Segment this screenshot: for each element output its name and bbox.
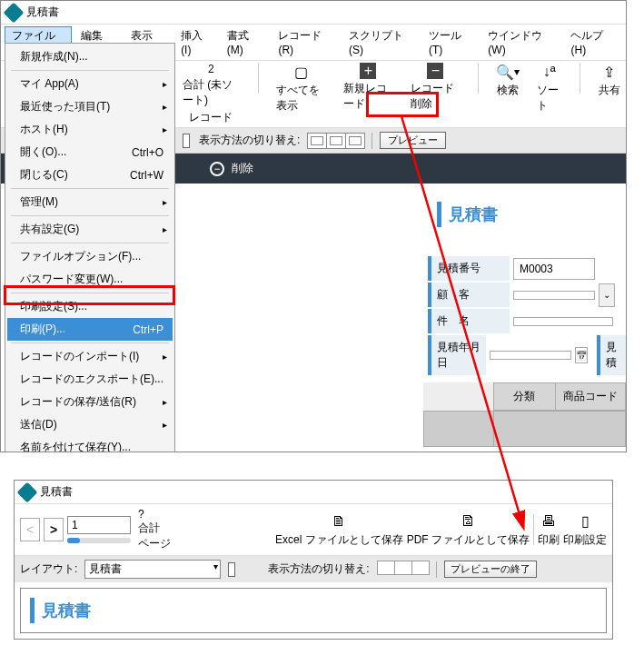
delete-label: 削除	[232, 161, 253, 176]
deleterecord-button[interactable]: − レコード削除	[411, 63, 460, 112]
menu-open[interactable]: 開く(O)...Ctrl+O	[7, 141, 173, 164]
page-slider[interactable]	[67, 538, 131, 543]
showall-button[interactable]: ▢ すべてを表示	[276, 63, 325, 114]
app-logo-icon-2	[17, 481, 38, 502]
share-icon: ⇪	[599, 63, 620, 81]
subject-label: 件 名	[428, 309, 510, 333]
col-category: 分類	[493, 382, 556, 411]
table-header: 分類 商品コード	[424, 382, 626, 411]
menu-fileoptions[interactable]: ファイルオプション(F)...	[7, 245, 173, 268]
main-window: 見積書 ファイル(F) 編集(E) 表示(V) 挿入(I) 書式(M) レコード…	[0, 0, 627, 452]
titlebar-2: 見積書	[15, 481, 612, 504]
customer-field[interactable]	[513, 291, 595, 300]
menu-saveas[interactable]: 名前を付けて保存(Y)...	[7, 436, 173, 452]
layout-bar-2: レイアウト: 見積書 表示方法の切り替え: プレビューの終了	[15, 556, 612, 582]
minus-icon: −	[427, 63, 443, 79]
titlebar: 見積書	[1, 1, 626, 25]
window-title: 見積書	[26, 5, 59, 20]
date-field[interactable]	[490, 351, 571, 360]
print-button[interactable]: 🖶 印刷	[538, 512, 560, 548]
menu-manage[interactable]: 管理(M)	[7, 191, 173, 213]
record-count: 2	[208, 63, 214, 75]
printsetup-button[interactable]: ▯ 印刷設定	[563, 512, 607, 548]
view-switch-label-2: 表示方法の切り替え:	[268, 561, 369, 577]
page-number-field[interactable]: 1	[67, 516, 131, 534]
menu-close[interactable]: 閉じる(C)Ctrl+W	[7, 164, 173, 186]
doc-heading: 見積書	[437, 202, 537, 227]
prev-page-button[interactable]: <	[20, 518, 40, 541]
layout-label-2: レイアウト:	[20, 561, 77, 577]
layout-pencil-icon-2[interactable]	[228, 562, 235, 577]
menu-myapp[interactable]: マイ App(A)	[7, 73, 173, 95]
showall-icon: ▢	[290, 63, 312, 81]
record-status: 合計 (未ソート)	[183, 77, 240, 108]
record-label: レコード	[189, 110, 233, 125]
menu-recent[interactable]: 最近使った項目(T)	[7, 95, 173, 118]
app-logo-icon	[4, 2, 25, 23]
menu-export[interactable]: レコードのエクスポート(E)...	[7, 368, 173, 391]
menu-import[interactable]: レコードのインポート(I)	[7, 345, 173, 368]
estimate-no-label: 見積番号	[428, 256, 510, 281]
date-trail-label: 見積	[597, 335, 626, 375]
menu-insert[interactable]: 挿入(I)	[173, 26, 218, 58]
next-page-button[interactable]: >	[44, 518, 64, 541]
menu-changepassword[interactable]: パスワード変更(W)...	[7, 268, 173, 291]
menu-record[interactable]: レコード(R)	[271, 26, 340, 58]
sort-button[interactable]: ↓ª ソート	[537, 63, 561, 114]
menu-help[interactable]: ヘルプ(H)	[563, 26, 622, 58]
preview-button[interactable]: プレビュー	[380, 132, 446, 149]
newrecord-button[interactable]: + 新規レコード	[343, 63, 392, 112]
printer-icon: 🖶	[541, 512, 556, 531]
menu-host[interactable]: ホスト(H)	[7, 118, 173, 141]
delete-circle-icon[interactable]: −	[210, 162, 224, 176]
view-switch-label: 表示方法の切り替え:	[199, 133, 300, 148]
save-excel-button[interactable]: 🗎 Excel ファイルとして保存	[275, 512, 403, 548]
menu-savesend[interactable]: レコードの保存/送信(R)	[7, 391, 173, 413]
calendar-icon[interactable]	[575, 347, 588, 363]
pdf-icon: 🖺	[461, 512, 475, 531]
menu-sharesettings[interactable]: 共有設定(G)	[7, 218, 173, 241]
menu-tool[interactable]: ツール(T)	[421, 26, 479, 58]
estimate-no-field[interactable]: M0003	[513, 258, 595, 280]
end-preview-button[interactable]: プレビューの終了	[444, 561, 537, 578]
customer-dropdown[interactable]: ⌄	[599, 283, 615, 307]
subject-field[interactable]	[513, 317, 613, 326]
file-menu-dropdown: 新規作成(N)... マイ App(A) 最近使った項目(T) ホスト(H) 開…	[5, 43, 175, 452]
share-button[interactable]: ⇪ 共有	[599, 63, 620, 98]
col-code: 商品コード	[555, 382, 626, 411]
menu-print[interactable]: 印刷(P)...Ctrl+P	[7, 318, 173, 341]
view-buttons[interactable]	[307, 133, 364, 149]
customer-label: 顧 客	[428, 283, 510, 307]
save-pdf-button[interactable]: 🖺 PDF ファイルとして保存	[407, 512, 530, 548]
add-row-button[interactable]: + 追加	[428, 447, 626, 452]
search-button[interactable]: 🔍▾ 検索	[497, 63, 519, 98]
plus-icon: +	[360, 63, 376, 79]
search-icon: 🔍▾	[497, 63, 519, 81]
pager-toolbar: < > 1 ? 合計 ページ 🗎 Excel ファイルとして保存 🖺 PDF フ…	[15, 504, 612, 556]
page-icon: ▯	[581, 512, 590, 531]
menu-printsetup[interactable]: 印刷設定(S)...	[7, 295, 173, 318]
preview-page: 見積書	[20, 588, 607, 633]
layout-pencil-icon[interactable]	[183, 134, 190, 148]
menu-window[interactable]: ウインドウ(W)	[481, 26, 561, 58]
window-title-2: 見積書	[40, 484, 73, 500]
menu-new[interactable]: 新規作成(N)...	[7, 45, 173, 68]
layout-select[interactable]: 見積書	[84, 560, 221, 579]
menu-format[interactable]: 書式(M)	[220, 26, 270, 58]
excel-icon: 🗎	[332, 512, 346, 531]
sort-icon: ↓ª	[539, 63, 560, 81]
preview-doc-heading: 見積書	[30, 598, 130, 623]
date-label: 見積年月日	[428, 335, 486, 375]
preview-window: 見積書 < > 1 ? 合計 ページ 🗎 Excel ファイルとして保存 🖺 P…	[14, 480, 613, 640]
record-indicator: 2 合計 (未ソート) レコード	[183, 63, 240, 125]
menu-script[interactable]: スクリプト(S)	[342, 26, 420, 58]
view-buttons-2[interactable]	[377, 561, 429, 578]
menu-send[interactable]: 送信(D)	[7, 413, 173, 436]
